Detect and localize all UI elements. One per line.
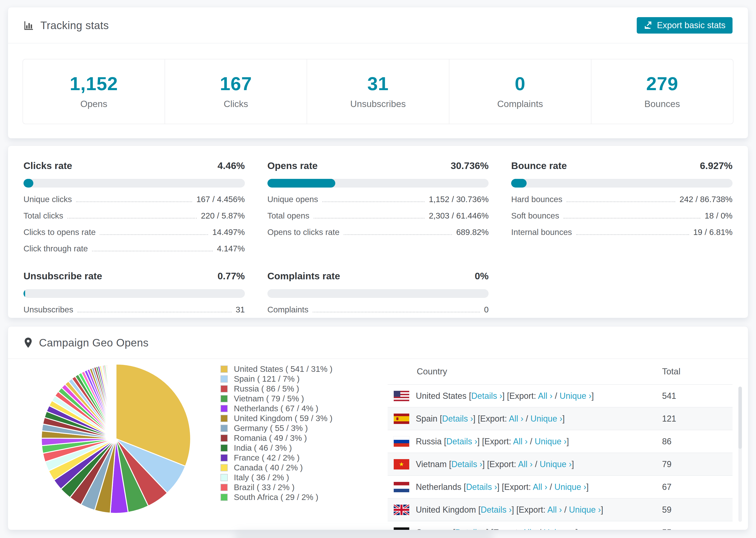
rate-stat-value: 167 / 4.456% (196, 194, 244, 204)
table-scrollbar-thumb[interactable] (738, 387, 742, 449)
legend-label: United States ( 541 / 31% ) (234, 364, 333, 374)
stat-box: 1,152Opens (23, 59, 165, 124)
export-icon (644, 21, 653, 30)
legend-label: India ( 46 / 3% ) (234, 443, 292, 453)
rate-block-complaints-rate: Complaints rate0%Complaints0 (267, 271, 489, 314)
export-unique-link[interactable]: Unique › (544, 528, 575, 530)
rates-card: Clicks rate4.46%Unique clicks167 / 4.456… (8, 145, 748, 318)
export-unique-link[interactable]: Unique › (560, 391, 591, 401)
country-cell: Vietnam [Details ›] [Export: All › / Uni… (416, 459, 574, 469)
legend-label: Germany ( 55 / 3% ) (234, 423, 308, 433)
slash-text: / (536, 528, 544, 530)
rate-progress-bar (267, 289, 489, 298)
geo-pie-chart (38, 361, 193, 517)
country-cell: Germany [Details ›] [Export: All › / Uni… (416, 528, 578, 530)
geo-table: Country Total United States [Details ›] … (388, 359, 732, 530)
legend-item: Canada ( 40 / 2% ) (220, 463, 333, 472)
rate-stat-row: Internal bounces19 / 6.81% (511, 228, 732, 237)
legend-swatch (220, 464, 228, 471)
legend-label: Brazil ( 33 / 2% ) (234, 483, 295, 492)
table-scrollbar-track[interactable] (738, 387, 742, 522)
rate-stat-label: Internal bounces (511, 228, 572, 237)
rate-stat-row: Hard bounces242 / 86.738% (511, 194, 732, 204)
stat-box: 31Unsubscribes (307, 59, 449, 124)
page-title: Tracking stats (40, 19, 109, 32)
total-cell: 541 (662, 391, 732, 401)
rate-stat-value: 14.497% (212, 228, 244, 237)
flag-icon-de (394, 527, 409, 530)
legend-item: Spain ( 121 / 7% ) (220, 374, 333, 384)
dotted-leader (576, 234, 689, 235)
geo-body: United States ( 541 / 31% )Spain ( 121 /… (8, 359, 748, 523)
stat-label: Opens (23, 99, 165, 109)
country-cell: Spain [Details ›] [Export: All › / Uniqu… (416, 414, 565, 424)
country-cell: United States [Details ›] [Export: All ›… (416, 391, 594, 401)
export-unique-link[interactable]: Unique › (530, 414, 562, 423)
export-unique-link[interactable]: Unique › (535, 437, 567, 446)
slash-text: / (553, 391, 560, 401)
export-unique-link[interactable]: Unique › (540, 459, 572, 469)
table-row: Vietnam [Details ›] [Export: All › / Uni… (388, 453, 732, 475)
export-all-link[interactable]: All › (547, 505, 562, 514)
stat-value: 279 (591, 73, 733, 95)
details-link[interactable]: Details › (451, 459, 482, 469)
geo-title: Campaign Geo Opens (39, 336, 149, 349)
rate-progress-fill (24, 179, 33, 188)
rate-stat-label: Clicks to opens rate (24, 228, 95, 237)
legend-label: Netherlands ( 67 / 4% ) (234, 404, 318, 413)
stat-value: 1,152 (23, 73, 165, 95)
export-all-link[interactable]: All › (513, 437, 527, 446)
stat-value: 31 (307, 73, 449, 95)
bracket-text: ] (601, 505, 603, 514)
export-unique-link[interactable]: Unique › (554, 482, 586, 492)
legend-swatch (220, 444, 228, 452)
legend-swatch (220, 395, 228, 402)
bracket-text: ] [Export: (473, 414, 509, 423)
total-cell: 67 (662, 482, 732, 492)
dotted-leader (313, 312, 480, 312)
dashboard-page: Tracking stats Export basic stats 1,152O… (0, 0, 756, 538)
legend-label: France ( 42 / 2% ) (234, 453, 299, 462)
legend-label: United Kingdom ( 59 / 3% ) (234, 413, 333, 423)
rate-stat-label: Total opens (267, 211, 309, 220)
table-row: United Kingdom [Details ›] [Export: All … (388, 498, 732, 521)
legend-item: Vietnam ( 79 / 5% ) (220, 394, 333, 404)
legend-label: Romania ( 49 / 3% ) (234, 433, 307, 443)
bracket-text: ] [Export: (486, 528, 522, 530)
rate-stat-row: Soft bounces18 / 0% (511, 211, 732, 220)
export-all-link[interactable]: All › (533, 482, 547, 492)
details-link[interactable]: Details › (455, 528, 486, 530)
details-link[interactable]: Details › (442, 414, 473, 423)
export-all-link[interactable]: All › (509, 414, 523, 423)
rate-title: Unsubscribe rate (24, 271, 102, 282)
rate-stat-row: Total clicks220 / 5.87% (24, 211, 245, 220)
details-link[interactable]: Details › (471, 391, 502, 401)
legend-swatch (220, 474, 228, 481)
legend-label: Canada ( 40 / 2% ) (234, 463, 303, 472)
rate-stat-value: 242 / 86.738% (679, 194, 732, 204)
legend-item: South Africa ( 29 / 2% ) (220, 492, 333, 502)
country-name: Vietnam [ (416, 459, 451, 469)
rate-value: 30.736% (451, 160, 489, 171)
details-link[interactable]: Details › (466, 482, 497, 492)
dotted-leader (567, 201, 675, 202)
rate-stat-row: Unique opens1,152 / 30.736% (267, 194, 489, 204)
export-basic-stats-button[interactable]: Export basic stats (637, 17, 732, 33)
rate-stat-value: 31 (236, 305, 245, 314)
country-cell: Russia [Details ›] [Export: All › / Uniq… (416, 437, 569, 447)
details-link[interactable]: Details › (446, 437, 477, 446)
export-all-link[interactable]: All › (518, 459, 533, 469)
slash-text: / (527, 437, 535, 446)
country-name: Spain [ (416, 414, 442, 423)
dotted-leader (67, 218, 197, 219)
legend-swatch (220, 385, 228, 393)
export-all-link[interactable]: All › (522, 528, 536, 530)
details-link[interactable]: Details › (481, 505, 512, 514)
export-all-link[interactable]: All › (538, 391, 553, 401)
total-cell: 121 (662, 414, 732, 424)
bracket-text: ] [Export: (502, 391, 538, 401)
export-unique-link[interactable]: Unique › (569, 505, 601, 514)
country-name: Russia [ (416, 437, 446, 446)
geo-header: Campaign Geo Opens (8, 327, 748, 359)
legend-swatch (220, 405, 228, 412)
